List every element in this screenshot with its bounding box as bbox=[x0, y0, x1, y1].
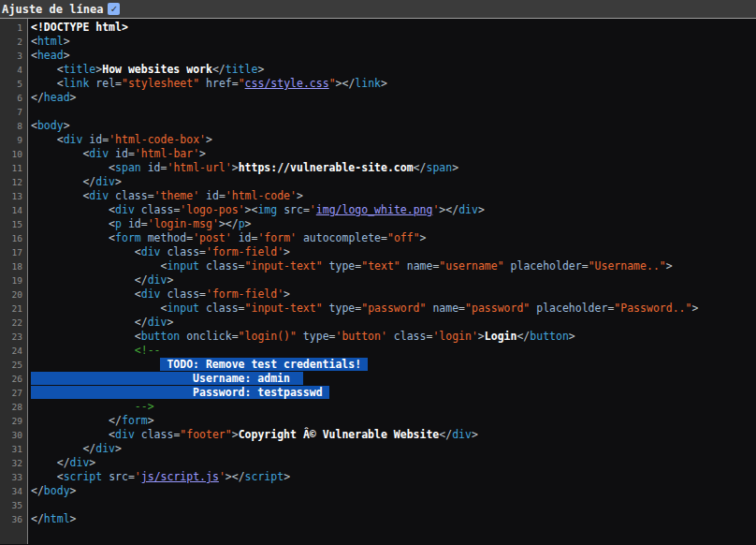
whitespace bbox=[31, 330, 135, 343]
punctuation: > bbox=[64, 35, 70, 48]
punctuation: > bbox=[232, 161, 239, 174]
attribute-value: "footer" bbox=[180, 428, 231, 441]
punctuation: </ bbox=[31, 484, 44, 497]
attribute-name: class bbox=[141, 428, 174, 441]
tag-name: link bbox=[64, 77, 90, 90]
attribute-name: class bbox=[141, 203, 174, 216]
whitespace bbox=[31, 77, 57, 90]
line-number: 5 bbox=[0, 77, 27, 91]
line-number: 3 bbox=[0, 49, 27, 63]
comment: --> bbox=[135, 400, 154, 413]
line-number: 14 bbox=[0, 203, 27, 217]
code-line: </div> bbox=[31, 273, 756, 287]
whitespace bbox=[199, 259, 206, 272]
tag-name: div bbox=[458, 203, 478, 216]
punctuation: > bbox=[569, 330, 575, 343]
punctuation: > bbox=[167, 316, 173, 329]
tag-name: form bbox=[122, 414, 148, 427]
punctuation: </ bbox=[135, 273, 148, 287]
code-line: </div> bbox=[31, 175, 756, 189]
source-link[interactable]: img/logo_white.png bbox=[316, 203, 433, 216]
attribute-value: 'login' bbox=[432, 330, 477, 343]
attribute-name: type bbox=[329, 302, 356, 315]
whitespace bbox=[199, 77, 206, 90]
attribute-name: src bbox=[109, 470, 128, 483]
attribute-value: "login()" bbox=[239, 330, 297, 343]
whitespace bbox=[232, 231, 239, 244]
punctuation: > bbox=[420, 231, 427, 244]
punctuation: > bbox=[478, 203, 485, 216]
punctuation: > bbox=[452, 161, 458, 174]
code-line: <title>How websites work</title> bbox=[31, 63, 756, 77]
tag-name: div bbox=[115, 203, 135, 216]
line-number: 26 bbox=[0, 372, 27, 386]
code-line: <head> bbox=[31, 49, 756, 63]
attribute-name: class bbox=[115, 189, 148, 202]
source-link[interactable]: css/style.css bbox=[245, 77, 329, 90]
punctuation: = bbox=[128, 470, 135, 483]
punctuation: > bbox=[64, 49, 70, 62]
code-line: <!-- bbox=[31, 344, 756, 358]
punctuation: > bbox=[691, 302, 698, 315]
attribute-name: type bbox=[303, 330, 329, 343]
attribute-value: ' bbox=[310, 203, 316, 216]
whitespace bbox=[31, 273, 135, 287]
punctuation: = bbox=[303, 203, 310, 216]
punctuation: ></ bbox=[219, 217, 239, 230]
attribute-value: 'button' bbox=[336, 330, 387, 343]
attribute-name: id bbox=[148, 161, 161, 174]
text-content: Login bbox=[485, 330, 517, 343]
code-line: --> bbox=[31, 400, 756, 414]
punctuation: < bbox=[109, 428, 115, 441]
whitespace bbox=[141, 231, 148, 244]
whitespace bbox=[31, 133, 57, 146]
line-number-gutter: 1234567891011121314151617181920212223242… bbox=[0, 19, 28, 544]
punctuation: > bbox=[64, 119, 70, 132]
tag-name: div bbox=[148, 316, 167, 329]
line-number: 16 bbox=[0, 231, 27, 245]
attribute-value: "password" bbox=[361, 302, 426, 315]
punctuation: = bbox=[148, 189, 154, 202]
attribute-name: class bbox=[167, 245, 199, 258]
punctuation: </ bbox=[82, 442, 95, 455]
selected-text: TODO: Remove test credentials! bbox=[160, 358, 368, 371]
code-line bbox=[31, 105, 756, 119]
attribute-value: 'logo-pos' bbox=[180, 203, 244, 216]
punctuation: > bbox=[297, 189, 303, 202]
punctuation: = bbox=[239, 302, 245, 315]
source-code[interactable]: <!DOCTYPE html><html><head> <title>How w… bbox=[28, 19, 756, 544]
attribute-name: class bbox=[394, 330, 427, 343]
line-number: 36 bbox=[0, 512, 27, 526]
attribute-name: name bbox=[432, 302, 458, 315]
punctuation: > bbox=[115, 442, 122, 455]
attribute-value: "username" bbox=[439, 259, 503, 272]
source-viewport[interactable]: 1234567891011121314151617181920212223242… bbox=[0, 19, 756, 544]
code-line: </head> bbox=[31, 91, 756, 105]
source-link[interactable]: js/script.js bbox=[141, 470, 219, 483]
tag-name: input bbox=[167, 302, 199, 315]
punctuation: > bbox=[206, 133, 212, 146]
code-line: </div> bbox=[31, 316, 756, 330]
whitespace bbox=[135, 428, 141, 441]
whitespace bbox=[31, 259, 160, 272]
whitespace bbox=[199, 302, 206, 315]
tag-name: script bbox=[245, 470, 284, 483]
punctuation: </ bbox=[439, 428, 452, 441]
tag-name: title bbox=[225, 63, 258, 76]
tag-name: button bbox=[530, 330, 569, 343]
code-line: <html> bbox=[31, 35, 756, 49]
code-line: </html> bbox=[31, 512, 756, 526]
attribute-name: autocomplete bbox=[303, 231, 381, 244]
attribute-value: "Username.." bbox=[589, 259, 666, 272]
tag-name: span bbox=[426, 161, 452, 174]
line-wrap-checkbox[interactable]: ✓ bbox=[108, 3, 120, 15]
whitespace bbox=[31, 344, 135, 357]
whitespace bbox=[122, 217, 128, 230]
code-line: </div> bbox=[31, 442, 756, 456]
punctuation: > bbox=[478, 330, 485, 343]
attribute-name: method bbox=[148, 231, 187, 244]
whitespace bbox=[31, 428, 109, 441]
line-number: 27 bbox=[0, 386, 27, 400]
punctuation: > bbox=[70, 91, 77, 104]
attribute-name: src bbox=[284, 203, 303, 216]
